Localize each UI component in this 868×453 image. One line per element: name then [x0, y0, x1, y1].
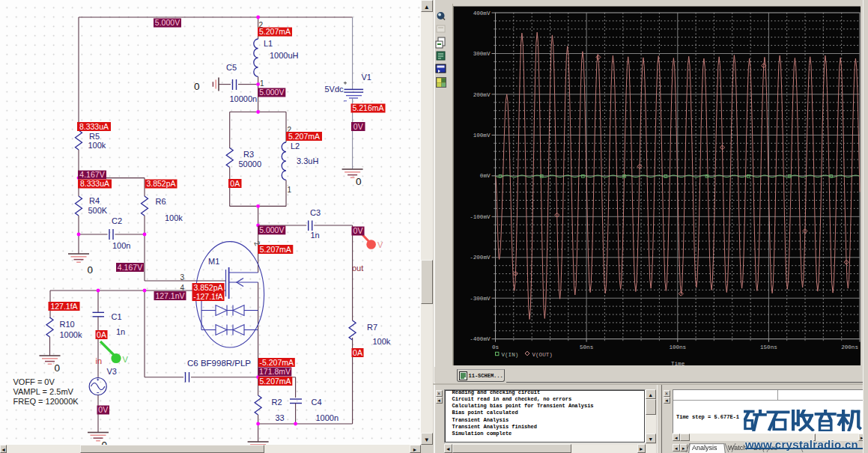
svg-text:171.8mV: 171.8mV	[259, 367, 291, 376]
svg-text:33: 33	[276, 413, 285, 422]
svg-text:L2: L2	[291, 142, 300, 151]
svg-text:in: in	[96, 356, 103, 365]
svg-text:8.333uA: 8.333uA	[80, 179, 109, 188]
svg-text:150ns: 150ns	[760, 344, 777, 350]
svg-text:out: out	[352, 264, 363, 273]
svg-text:1000k: 1000k	[60, 330, 82, 339]
svg-text:1: 1	[260, 79, 264, 88]
svg-text:3.852pA: 3.852pA	[146, 179, 175, 188]
svg-text:1n: 1n	[116, 327, 125, 336]
svg-text:5.000V: 5.000V	[259, 88, 284, 97]
svg-text:5.216mA: 5.216mA	[352, 103, 383, 112]
svg-text:V: V	[123, 355, 129, 364]
svg-text:V(IN): V(IN)	[502, 352, 519, 358]
svg-text:Time: Time	[671, 361, 685, 367]
svg-text:4.167V: 4.167V	[79, 170, 104, 179]
svg-text:5.207mA: 5.207mA	[288, 132, 320, 141]
svg-text:3: 3	[180, 273, 185, 282]
svg-text:R4: R4	[89, 196, 100, 205]
svg-text:V1: V1	[362, 73, 371, 82]
svg-text:V(OUT): V(OUT)	[532, 352, 553, 358]
svg-text:4.167V: 4.167V	[118, 263, 142, 272]
svg-text:300mV: 300mV	[473, 51, 491, 57]
svg-text:0A: 0A	[353, 348, 362, 357]
svg-text:-400mV: -400mV	[470, 336, 491, 342]
svg-text:0V: 0V	[353, 226, 363, 235]
svg-text:M1: M1	[208, 257, 219, 266]
svg-text:R2: R2	[272, 398, 282, 407]
svg-text:-200mV: -200mV	[470, 255, 491, 261]
svg-text:127.1nV: 127.1nV	[155, 291, 184, 300]
svg-text:VOFF = 0V: VOFF = 0V	[13, 377, 55, 386]
svg-text:C4: C4	[312, 398, 322, 407]
svg-text:R7: R7	[367, 323, 377, 332]
svg-text:1000n: 1000n	[316, 413, 339, 422]
svg-text:FREQ = 120000K: FREQ = 120000K	[13, 397, 79, 406]
svg-text:0s: 0s	[492, 344, 499, 350]
svg-text:C6 BF998R/PLP: C6 BF998R/PLP	[187, 359, 251, 368]
svg-text:R6: R6	[156, 197, 166, 206]
svg-text:100mV: 100mV	[473, 133, 491, 139]
svg-text:0A: 0A	[230, 179, 240, 188]
svg-text:-300mV: -300mV	[470, 296, 491, 302]
svg-text:3.852pA: 3.852pA	[193, 283, 222, 292]
svg-text:400mV: 400mV	[473, 10, 491, 16]
svg-text:0: 0	[88, 264, 94, 276]
svg-text:50000: 50000	[239, 159, 262, 168]
svg-text:L1: L1	[264, 39, 273, 48]
svg-text:-127.1fA: -127.1fA	[193, 292, 223, 301]
svg-text:1000uH: 1000uH	[270, 51, 299, 60]
svg-text:1: 1	[288, 186, 292, 194]
svg-text:5.207mA: 5.207mA	[259, 27, 291, 36]
svg-text:1n: 1n	[311, 231, 320, 240]
svg-text:5.000V: 5.000V	[259, 225, 284, 234]
svg-text:C3: C3	[310, 208, 321, 217]
svg-text:100k: 100k	[373, 337, 391, 346]
svg-text:C1: C1	[112, 312, 122, 321]
svg-text:100k: 100k	[88, 141, 106, 150]
svg-text:200ns: 200ns	[841, 344, 858, 350]
svg-text:500K: 500K	[88, 206, 108, 215]
svg-text:5Vdc: 5Vdc	[325, 85, 345, 94]
svg-text:0A: 0A	[97, 330, 106, 339]
svg-text:5.207mA: 5.207mA	[260, 245, 291, 254]
svg-text:5.000V: 5.000V	[155, 18, 180, 27]
svg-text:0mV: 0mV	[480, 173, 491, 179]
svg-text:0V: 0V	[98, 405, 108, 414]
svg-text:C5: C5	[226, 63, 237, 72]
svg-text:R10: R10	[60, 320, 75, 329]
svg-text:8.333uA: 8.333uA	[79, 122, 109, 131]
svg-text:100k: 100k	[165, 213, 183, 222]
svg-text:5.207mA: 5.207mA	[260, 377, 291, 386]
svg-text:50ns: 50ns	[580, 344, 593, 350]
svg-text:V3: V3	[107, 367, 117, 376]
svg-text:C2: C2	[112, 216, 122, 225]
svg-text:100n: 100n	[112, 241, 130, 250]
svg-text:0V: 0V	[353, 122, 363, 131]
svg-text:127.1fA: 127.1fA	[50, 302, 77, 311]
svg-text:V: V	[377, 240, 383, 249]
svg-text:-5.207mA: -5.207mA	[260, 358, 294, 367]
svg-text:10000n: 10000n	[230, 94, 258, 103]
svg-text:3.3uH: 3.3uH	[297, 156, 318, 165]
svg-text:100ns: 100ns	[669, 344, 686, 350]
svg-text:0: 0	[55, 362, 61, 374]
svg-text:R3: R3	[243, 150, 254, 159]
svg-text:VAMPL = 2.5mV: VAMPL = 2.5mV	[13, 387, 74, 396]
svg-text:200mV: 200mV	[473, 92, 491, 98]
svg-text:-100mV: -100mV	[470, 214, 491, 220]
svg-text:R5: R5	[89, 132, 100, 141]
svg-text:0: 0	[356, 176, 362, 187]
svg-text:0: 0	[194, 81, 200, 92]
